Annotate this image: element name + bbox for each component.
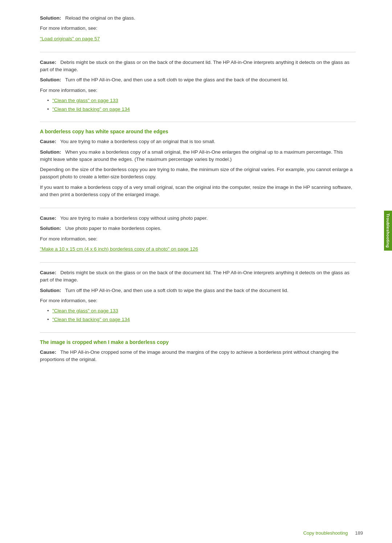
cause-debris-2: Cause: Debris might be stuck on the glas… xyxy=(40,269,356,284)
link-borderless-photo: "Make a 10 x 15 cm (4 x 6 inch) borderle… xyxy=(40,246,356,253)
section-image-cropped: The image is cropped when I make a borde… xyxy=(40,333,356,373)
clean-glass-link-2[interactable]: "Clean the glass" on page 133 xyxy=(52,308,118,313)
side-tab: Troubleshooting xyxy=(384,211,392,251)
debris-links-2: "Clean the glass" on page 133 "Clean the… xyxy=(47,307,356,324)
clean-lid-link-1[interactable]: "Clean the lid backing" on page 134 xyxy=(52,106,130,112)
page-container: Troubleshooting Solution: Reload the ori… xyxy=(0,0,392,543)
for-more-info-2: For more information, see: xyxy=(40,87,356,94)
footer-copy-troubleshooting: Copy troubleshooting xyxy=(303,530,348,536)
for-more-info-3: For more information, see: xyxy=(40,235,356,243)
side-tab-label: Troubleshooting xyxy=(386,214,390,248)
section-debris-1: Cause: Debris might be stuck on the glas… xyxy=(40,52,356,122)
list-item: "Clean the lid backing" on page 134 xyxy=(47,106,356,113)
for-more-info-4: For more information, see: xyxy=(40,297,356,304)
content-area: Solution: Reload the original on the gla… xyxy=(40,15,363,373)
cause-too-small: Cause: You are trying to make a borderle… xyxy=(40,138,356,145)
page-number: 189 xyxy=(355,530,363,536)
cause-no-photo-paper: Cause: You are trying to make a borderle… xyxy=(40,215,356,222)
for-more-info-1: For more information, see: xyxy=(40,25,356,32)
solution-debris-2: Solution: Turn off the HP All-in-One, an… xyxy=(40,287,356,294)
borderless-copy-link[interactable]: "Make a 10 x 15 cm (4 x 6 inch) borderle… xyxy=(40,246,198,252)
cause-image-cropped: Cause: The HP All-in-One cropped some of… xyxy=(40,349,356,364)
solution-use-photo-paper: Solution: Use photo paper to make border… xyxy=(40,225,356,232)
info-scan-option: If you want to make a borderless copy of… xyxy=(40,184,356,199)
solution-reload-text: Solution: Reload the original on the gla… xyxy=(40,15,356,22)
section-no-photo-paper: Cause: You are trying to make a borderle… xyxy=(40,208,356,263)
solution-small-original: Solution: When you make a borderless cop… xyxy=(40,149,356,163)
debris-links-1: "Clean the glass" on page 133 "Clean the… xyxy=(47,97,356,113)
heading-image-cropped: The image is cropped when I make a borde… xyxy=(40,339,356,345)
page-footer: Copy troubleshooting 189 xyxy=(303,530,363,536)
cause-debris-1: Cause: Debris might be stuck on the glas… xyxy=(40,59,356,74)
list-item: "Clean the glass" on page 133 xyxy=(47,97,356,104)
list-item: "Clean the lid backing" on page 134 xyxy=(47,316,356,323)
clean-lid-link-2[interactable]: "Clean the lid backing" on page 134 xyxy=(52,317,130,322)
link-load-originals[interactable]: "Load originals" on page 57 xyxy=(40,35,356,42)
info-minimum-size: Depending on the size of the borderless … xyxy=(40,166,356,181)
section-reload: Solution: Reload the original on the gla… xyxy=(40,15,356,52)
list-item: "Clean the glass" on page 133 xyxy=(47,307,356,315)
section-borderless-whitespace: A borderless copy has white space around… xyxy=(40,122,356,208)
heading-borderless-whitespace: A borderless copy has white space around… xyxy=(40,129,356,134)
section-debris-2: Cause: Debris might be stuck on the glas… xyxy=(40,263,356,333)
load-originals-link[interactable]: "Load originals" on page 57 xyxy=(40,36,100,41)
clean-glass-link-1[interactable]: "Clean the glass" on page 133 xyxy=(52,98,118,103)
solution-debris-1: Solution: Turn off the HP All-in-One, an… xyxy=(40,76,356,84)
